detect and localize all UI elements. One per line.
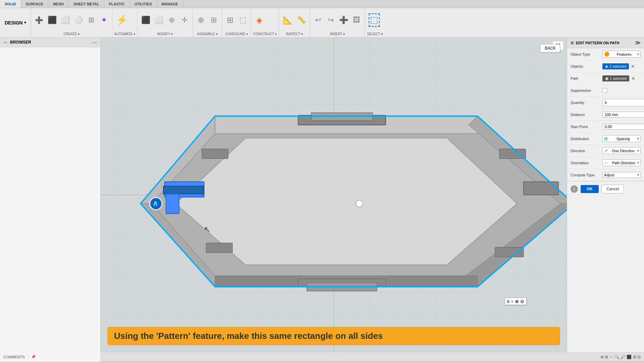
distribution-label: Distribution <box>571 137 602 141</box>
configure-btn[interactable]: ⊞ <box>224 14 236 26</box>
insert-btn2[interactable]: ↪ <box>325 15 337 25</box>
distribution-select[interactable]: ⊞ Spacing ▾ <box>602 135 641 142</box>
distribution-arrow-icon: ▾ <box>637 137 639 140</box>
assemble-btn[interactable]: ⊕ <box>195 14 207 26</box>
start-point-input[interactable] <box>602 124 644 130</box>
main-toolbar: DESIGN ▾ ➕ ⬛ ⬜ ⚪ ⊞ ✦ CREATE ▾ ⚡ AUTOMATE… <box>0 8 644 38</box>
suppression-checkbox[interactable] <box>602 88 607 93</box>
assemble-btn2[interactable]: ⊞ <box>208 15 220 25</box>
quantity-spin[interactable]: 6 ▲ ▼ <box>602 99 644 106</box>
create-box-btn[interactable]: ⬛ <box>46 15 58 25</box>
assemble-label: ASSEMBLE ▾ <box>195 32 220 37</box>
tab-manage[interactable]: MANAGE <box>157 0 183 8</box>
toolbar-group-inspect: 📐 📏 INSPECT ▾ <box>279 8 310 37</box>
path-label: Path <box>571 76 602 80</box>
object-type-arrow-icon: ▾ <box>637 52 639 56</box>
construct-btn[interactable]: ◈ <box>253 14 265 26</box>
panel-row-distribution: Distribution ⊞ Spacing ▾ <box>567 133 644 145</box>
annotation-bar: Using the 'Pattern' feature, make this s… <box>107 327 560 345</box>
modify-btn4[interactable]: ✛ <box>178 15 191 25</box>
viewport-qty-arrows-icon: ⇅ <box>511 300 514 303</box>
panel-row-direction: Direction ↗ One Direction ▾ <box>567 145 644 157</box>
objects-selected-value: 2 selected <box>609 64 626 68</box>
objects-clear-btn[interactable]: ✕ <box>630 64 636 69</box>
viewport-quantity-input[interactable]: 6 ⇅ ⊕ ⊖ <box>505 298 527 305</box>
sidebar-back-arrow[interactable]: ← <box>3 40 8 45</box>
objects-selected-btn[interactable]: ◈ 2 selected <box>602 63 629 69</box>
configure-label: CONFIGURE ▾ <box>224 32 249 37</box>
toolbar-group-construct: ◈ CONSTRUCT ▾ <box>251 8 279 37</box>
panel-row-quantity: Quantity 6 ▲ ▼ <box>567 97 644 109</box>
features-icon: 🟠 <box>604 52 609 57</box>
sidebar-pin-btn[interactable]: — <box>92 40 97 45</box>
panel-dot-icon <box>571 41 574 45</box>
objects-selected-icon: ◈ <box>605 64 608 69</box>
cancel-button[interactable]: Cancel <box>601 185 624 193</box>
insert-btn3[interactable]: ➕ <box>337 15 350 25</box>
tab-surface[interactable]: SURFACE <box>21 0 49 8</box>
configure-btn2[interactable]: ⬚ <box>237 15 249 25</box>
direction-icon: ↗ <box>604 148 608 153</box>
quantity-input[interactable]: 6 <box>602 99 644 106</box>
insert-btn4[interactable]: 🖼 <box>351 15 363 25</box>
tab-plastic[interactable]: PLASTIC <box>104 0 130 8</box>
inspect-label: INSPECT ▾ <box>281 32 308 37</box>
object-type-select[interactable]: 🟠 Features ▾ <box>602 51 641 58</box>
inspect-btn2[interactable]: 📏 <box>295 15 308 25</box>
ok-button[interactable]: OK <box>581 185 599 193</box>
tab-strip: SOLID SURFACE MESH SHEET METAL PLASTIC U… <box>0 0 644 8</box>
toolbar-group-assemble: ⊕ ⊞ ASSEMBLE ▾ <box>193 8 222 37</box>
modify-btn3[interactable]: ⊕ <box>166 15 178 25</box>
pin-icon[interactable]: 📌 <box>31 355 36 359</box>
tab-utilities[interactable]: UTILITIES <box>130 0 157 8</box>
panel-row-object-type: Object Type 🟠 Features ▾ <box>567 48 644 60</box>
path-clear-btn[interactable]: ✕ <box>631 76 636 81</box>
compute-type-select[interactable]: Adjust ▾ <box>602 172 641 178</box>
design-button[interactable]: DESIGN ▾ <box>0 8 31 37</box>
orientation-select[interactable]: ↔ Path Direction ▾ <box>602 159 641 166</box>
back-button[interactable]: BACK <box>540 44 560 52</box>
create-new-btn[interactable]: ➕ <box>33 15 45 25</box>
panel-header: EDIT PATTERN ON PATH ≫ <box>567 38 644 48</box>
distance-input[interactable] <box>602 112 644 118</box>
object-type-label: Object Type <box>571 52 602 56</box>
create-misc-btn[interactable]: ✦ <box>98 15 110 25</box>
status-icons: ⊕ ⊞ ↔ 🔍 🔎 ⬛ ⊞ ⊟ <box>600 355 641 359</box>
orientation-value: Path Direction <box>612 161 635 165</box>
toolbar-group-create: ➕ ⬛ ⬜ ⚪ ⊞ ✦ CREATE ▾ <box>31 8 112 37</box>
svg-rect-13 <box>163 186 204 194</box>
start-point-label: Start Point <box>571 125 602 129</box>
back-controls: ✕ BACK <box>552 41 564 50</box>
path-selected-btn[interactable]: ◉ 1 selected <box>602 75 629 81</box>
viewport-qty-tool1[interactable]: ⊕ <box>515 299 519 304</box>
panel-row-suppression: Suppression <box>567 84 644 97</box>
tab-mesh[interactable]: MESH <box>48 0 69 8</box>
insert-btn1[interactable]: ↩ <box>312 15 324 25</box>
create-cylinder-btn[interactable]: ⬜ <box>59 15 71 25</box>
inspect-btn[interactable]: 📐 <box>281 14 294 26</box>
panel-expand-btn[interactable]: ≫ <box>635 40 641 46</box>
viewport-qty-value: 6 <box>507 299 509 304</box>
svg-text:↖: ↖ <box>204 225 210 234</box>
viewport-qty-tool2[interactable]: ⊖ <box>520 299 524 304</box>
orientation-label: Orientation <box>571 161 602 165</box>
modify-btn2[interactable]: ⬜ <box>153 15 165 25</box>
panel-row-compute-type: Compute Type Adjust ▾ <box>567 169 644 181</box>
tab-solid[interactable]: SOLID <box>0 0 21 8</box>
modify-label: MODIFY ▾ <box>140 32 191 37</box>
modify-btn1[interactable]: ⬛ <box>140 15 152 25</box>
create-label: CREATE ▾ <box>33 32 110 37</box>
right-panel: EDIT PATTERN ON PATH ≫ Object Type 🟠 Fea… <box>567 38 644 352</box>
direction-select[interactable]: ↗ One Direction ▾ <box>602 147 641 154</box>
select-label: SELECT ▾ <box>367 32 383 37</box>
automate-btn[interactable]: ⚡ <box>114 13 129 27</box>
create-sphere-btn[interactable]: ⚪ <box>72 15 85 25</box>
select-btn[interactable]: ⬚ <box>367 12 381 27</box>
objects-label: Objects <box>571 64 602 68</box>
direction-label: Direction <box>571 149 602 153</box>
tab-sheet-metal[interactable]: SHEET METAL <box>69 0 104 8</box>
create-pattern-btn[interactable]: ⊞ <box>85 15 97 25</box>
object-type-value: Features <box>617 52 631 56</box>
info-button[interactable]: i <box>571 185 578 193</box>
design-arrow: ▾ <box>24 20 26 25</box>
